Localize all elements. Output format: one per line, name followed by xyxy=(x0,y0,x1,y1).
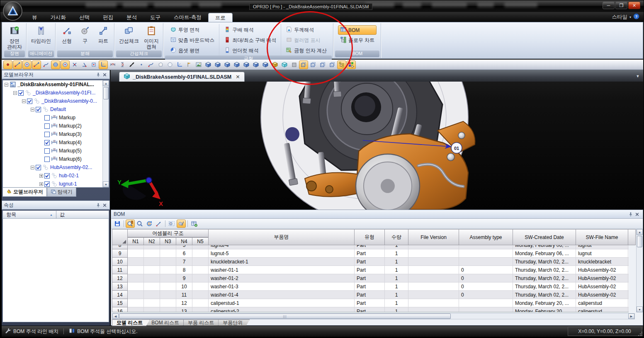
tree-item[interactable]: AMarkup(4) xyxy=(3,138,102,147)
tree-checkbox[interactable] xyxy=(44,173,50,179)
ribbon-button-맞춤 바운드박스[interactable]: 맞춤 바운드박스 xyxy=(168,36,216,45)
tree-checkbox[interactable] xyxy=(36,165,41,170)
header-File Version[interactable]: File Version xyxy=(408,229,459,245)
header-SW-Created Date[interactable]: SW-Created Date xyxy=(513,229,576,245)
scroll-up-arrow[interactable]: ▲ xyxy=(103,80,109,86)
collapse-icon[interactable] xyxy=(31,108,34,111)
view-cube-3-icon[interactable] xyxy=(223,60,232,69)
magnifier-icon[interactable] xyxy=(135,220,144,228)
view-cube-4-icon[interactable] xyxy=(232,60,241,69)
tree-item[interactable]: AMarkup xyxy=(3,113,102,122)
flag-note-icon[interactable] xyxy=(185,60,194,69)
prop-col-value[interactable]: 값 xyxy=(56,210,109,219)
axis-view-icon[interactable] xyxy=(175,60,184,69)
scroll-left-arrow[interactable]: ◀ xyxy=(112,314,119,319)
table-row-11[interactable]: 118washer-01-1Part10Thursday, March 02, … xyxy=(112,266,629,274)
tree-item[interactable]: _DiskBrakeAssembly-01FI... xyxy=(3,89,102,97)
tree-item[interactable]: AMarkup(2) xyxy=(3,122,102,130)
collapse-icon[interactable] xyxy=(5,83,8,87)
resize-grip[interactable] xyxy=(638,331,643,336)
ribbon-button-간섭체크[interactable]: 간섭체크 xyxy=(117,24,141,45)
table-row-8[interactable]: 85lugnut-4Part1Monday, February 06, ...l… xyxy=(112,245,629,249)
menu-item-분석[interactable]: 분석 xyxy=(120,13,143,22)
snap-point-icon[interactable] xyxy=(3,60,12,69)
menu-item-선택[interactable]: 선택 xyxy=(73,13,96,22)
balloon-toggle-dashed-icon[interactable]: 0 xyxy=(167,220,176,228)
snap-segment-icon[interactable] xyxy=(32,60,41,69)
menu-item-가시화[interactable]: 가시화 xyxy=(44,13,73,22)
menu-item-프로[interactable]: 프로 xyxy=(208,13,233,22)
box-wire-3-icon[interactable] xyxy=(318,60,327,69)
bom-tab-부품 리스트[interactable]: 부품 리스트 xyxy=(183,319,221,326)
viewport-document-tab[interactable]: _DiskBrakeAssembly-01FINAL.SLDASM ✕ xyxy=(119,72,245,82)
title-bar[interactable]: OPR3D [ Pro ] - _DiskBrakeAssembly-01FIN… xyxy=(0,0,644,12)
zoom-pin-icon[interactable] xyxy=(126,220,135,228)
menu-item-편집[interactable]: 편집 xyxy=(96,13,120,22)
header-N2[interactable]: N2 xyxy=(144,237,160,245)
menu-item-뷰[interactable]: 뷰 xyxy=(25,13,44,22)
display-tree-icon[interactable] xyxy=(337,60,346,69)
pin-icon[interactable] xyxy=(95,71,101,78)
close-button[interactable]: ✕ xyxy=(628,2,640,9)
tree-checkbox[interactable] xyxy=(44,132,50,137)
ribbon-button-투영 면적[interactable]: 투영 면적 xyxy=(168,25,216,35)
header-N4[interactable]: N4 xyxy=(176,237,192,245)
tree-item[interactable]: AMarkup(3) xyxy=(3,130,102,138)
ribbon-button-선형[interactable]: 선형 xyxy=(58,24,76,45)
menu-item-스마트-측정[interactable]: 스마트-측정 xyxy=(167,13,208,22)
header-부품명[interactable]: 부품명 xyxy=(209,229,355,245)
close-icon[interactable] xyxy=(634,211,640,217)
header-N3[interactable]: N3 xyxy=(160,237,176,245)
close-icon[interactable] xyxy=(101,71,108,78)
view-cube-6-icon[interactable] xyxy=(251,60,260,69)
ribbon-button-장면관리자[interactable]: 장면관리자 xyxy=(5,24,24,51)
box-wire-4-icon[interactable] xyxy=(328,60,337,69)
scroll-right-arrow[interactable]: ▶ xyxy=(628,314,634,319)
table-edit-icon[interactable] xyxy=(190,220,199,228)
expand-icon[interactable] xyxy=(39,182,43,186)
polygon-face-icon[interactable] xyxy=(156,60,165,69)
tree-item[interactable]: AMarkup(6) xyxy=(3,155,102,163)
table-row-10[interactable]: 107knucklebracket-1Part1Thursday, March … xyxy=(112,258,629,266)
tree-checkbox[interactable] xyxy=(44,115,50,121)
expand-icon[interactable] xyxy=(39,174,43,178)
collapse-icon[interactable] xyxy=(22,99,26,103)
snap-intersection-icon[interactable] xyxy=(70,60,79,69)
spline-icon[interactable] xyxy=(146,60,156,69)
tree-item[interactable]: Default xyxy=(3,105,102,113)
tree-checkbox[interactable] xyxy=(44,148,50,154)
box-wire-2-icon[interactable] xyxy=(309,60,318,69)
snap-circle-icon[interactable] xyxy=(61,60,70,69)
bom-tab-BOM 리스트[interactable]: BOM 리스트 xyxy=(147,319,186,326)
snap-curve-icon[interactable] xyxy=(41,60,51,69)
scroll-down-arrow[interactable]: ▼ xyxy=(103,181,109,187)
ribbon-button-플로우 차트[interactable]: 플로우 차트 xyxy=(338,36,377,45)
ribbon-button-최대/최소 구배 해석[interactable]: 최대/최소 구배 해석 xyxy=(222,36,278,45)
tab-close-icon[interactable]: ✕ xyxy=(234,74,240,80)
tree-checkbox[interactable] xyxy=(36,107,41,112)
snap-line-icon[interactable] xyxy=(13,60,22,69)
help-icon[interactable]: ? xyxy=(633,13,639,21)
refresh-one-icon[interactable]: 1 xyxy=(145,220,154,228)
leader-line-icon[interactable] xyxy=(154,220,163,228)
point-small-icon[interactable] xyxy=(137,60,146,69)
ribbon-button-파트[interactable]: 파트 xyxy=(94,24,112,45)
ribbon-button-옵셋 평면[interactable]: 옵셋 평면 xyxy=(168,46,216,56)
collapse-icon[interactable] xyxy=(31,166,34,169)
coordinate-axis-icon[interactable] xyxy=(99,60,108,69)
scroll-up-arrow[interactable]: ▲ xyxy=(637,229,643,235)
minimize-button[interactable]: ─ xyxy=(603,2,615,9)
tree-scrollbar[interactable]: ▲ ▼ xyxy=(102,80,109,187)
display-grid-select-icon[interactable] xyxy=(347,60,356,69)
pin-icon[interactable] xyxy=(627,211,634,217)
sphere-outline-icon[interactable] xyxy=(165,60,175,69)
tree-item[interactable]: lugnut-1 xyxy=(3,180,102,188)
scroll-thumb[interactable] xyxy=(637,236,642,247)
dimension-vertical-icon[interactable] xyxy=(118,60,127,69)
scroll-down-arrow[interactable]: ▼ xyxy=(637,307,643,312)
scroll-thumb[interactable] xyxy=(103,87,109,99)
ribbon-button-두께해석[interactable]: 두께해석 xyxy=(284,25,329,35)
tree-item[interactable]: AMarkup(5) xyxy=(3,147,102,155)
tab-모델브라우저[interactable]: 모델브라우저 xyxy=(2,188,47,197)
ribbon-button-구배 해석[interactable]: 구배 해석 xyxy=(222,25,278,35)
